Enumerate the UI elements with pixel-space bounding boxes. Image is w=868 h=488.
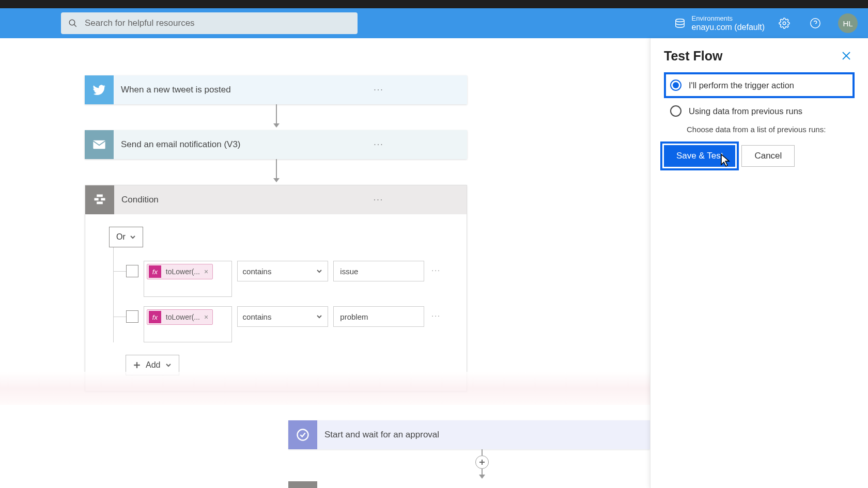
connector-line [482, 449, 483, 455]
plus-icon [133, 361, 141, 369]
rule-more-button[interactable]: ··· [429, 261, 443, 274]
plus-icon [479, 459, 485, 465]
environment-picker[interactable]: Environments enayu.com (default) [674, 14, 765, 33]
gear-icon [779, 18, 790, 29]
radio-indicator [670, 80, 681, 91]
button-label: Cancel [754, 151, 782, 161]
remove-token-button[interactable]: × [202, 267, 212, 276]
avatar[interactable]: HL [838, 13, 858, 33]
trigger-card-twitter[interactable]: When a new tweet is posted ··· [85, 75, 467, 104]
radio-label: Using data from previous runs [689, 106, 802, 116]
condition-header[interactable]: Condition ··· [85, 185, 467, 214]
expression-token: fx toLower(... × [147, 264, 213, 279]
connector-arrow [276, 159, 277, 182]
chevron-down-icon [165, 362, 172, 368]
expression-text: toLower(... [163, 267, 202, 276]
svg-point-4 [811, 19, 820, 28]
group-operator-label: Or [116, 232, 126, 242]
email-action-title: Send an email notification (V3) [114, 130, 290, 159]
expression-text: toLower(... [163, 313, 202, 321]
search-input[interactable] [85, 18, 350, 28]
rule-checkbox[interactable] [126, 265, 138, 277]
expression-field[interactable]: fx toLower(... × [144, 306, 232, 342]
help-icon [810, 18, 821, 29]
condition-title: Condition [114, 185, 290, 214]
svg-point-0 [69, 20, 75, 25]
fx-icon: fx [149, 311, 161, 323]
close-panel-button[interactable] [838, 48, 855, 64]
search-box[interactable] [61, 12, 358, 34]
radio-subtext: Choose data from a list of previous runs… [687, 125, 855, 134]
svg-rect-6 [93, 140, 105, 149]
condition-rule-row: fx toLower(... × contains ··· [126, 306, 443, 342]
operator-select[interactable]: contains [237, 306, 329, 327]
environment-icon [674, 18, 686, 29]
cancel-button[interactable]: Cancel [741, 145, 795, 167]
settings-button[interactable] [773, 12, 796, 35]
approval-icon [288, 420, 317, 449]
operator-label: contains [243, 312, 272, 321]
connector-arrow [276, 104, 277, 127]
radio-label: I'll perform the trigger action [689, 81, 794, 90]
condition-icon [85, 185, 114, 214]
app-header: Environments enayu.com (default) HL [0, 8, 868, 38]
test-flow-panel: Test Flow I'll perform the trigger actio… [650, 38, 868, 488]
environment-value: enayu.com (default) [692, 22, 765, 32]
fx-icon: fx [149, 265, 161, 278]
value-input[interactable] [333, 261, 424, 281]
twitter-icon [85, 75, 114, 104]
svg-point-3 [783, 22, 786, 25]
rule-checkbox[interactable] [126, 310, 138, 323]
card-stub [288, 481, 650, 488]
radio-perform-trigger[interactable]: I'll perform the trigger action [664, 72, 855, 98]
panel-title: Test Flow [664, 49, 722, 64]
svg-line-1 [74, 24, 76, 27]
remove-token-button[interactable]: × [202, 313, 212, 321]
condition-icon [288, 481, 317, 488]
add-label: Add [146, 360, 160, 370]
card-more-button[interactable]: ··· [290, 185, 467, 214]
radio-previous-runs[interactable]: Using data from previous runs [664, 98, 855, 124]
svg-point-2 [675, 19, 684, 22]
environment-label: Environments [692, 14, 765, 23]
error-band [0, 372, 650, 405]
group-operator-select[interactable]: Or [109, 227, 143, 247]
svg-point-9 [298, 430, 308, 440]
add-step-button[interactable] [475, 455, 489, 469]
expression-token: fx toLower(... × [147, 309, 213, 325]
connector-arrow [482, 469, 483, 478]
condition-card: Condition ··· Or fx toLower(... × [85, 185, 467, 391]
chevron-down-icon [316, 313, 322, 320]
chevron-down-icon [130, 234, 136, 240]
radio-indicator [670, 105, 681, 117]
trigger-title: When a new tweet is posted [114, 75, 290, 104]
mail-icon [85, 130, 114, 159]
operator-label: contains [243, 267, 272, 276]
rule-more-button[interactable]: ··· [429, 306, 443, 320]
close-icon [842, 51, 851, 60]
button-label: Save & Test [676, 151, 723, 161]
action-card-approval[interactable]: Start and wait for an approval [288, 420, 650, 449]
save-and-test-button[interactable]: Save & Test [664, 145, 735, 167]
operator-select[interactable]: contains [237, 261, 329, 281]
action-card-email[interactable]: Send an email notification (V3) ··· [85, 130, 467, 159]
expression-field[interactable]: fx toLower(... × [144, 261, 232, 297]
value-input[interactable] [333, 306, 424, 327]
help-button[interactable] [804, 12, 827, 35]
browser-chrome-stub [0, 0, 868, 8]
search-icon [68, 19, 78, 28]
chevron-down-icon [316, 268, 322, 274]
approval-title: Start and wait for an approval [317, 420, 650, 449]
card-more-button[interactable]: ··· [290, 75, 467, 104]
card-more-button[interactable]: ··· [290, 130, 467, 159]
condition-rule-row: fx toLower(... × contains ··· [126, 261, 443, 297]
